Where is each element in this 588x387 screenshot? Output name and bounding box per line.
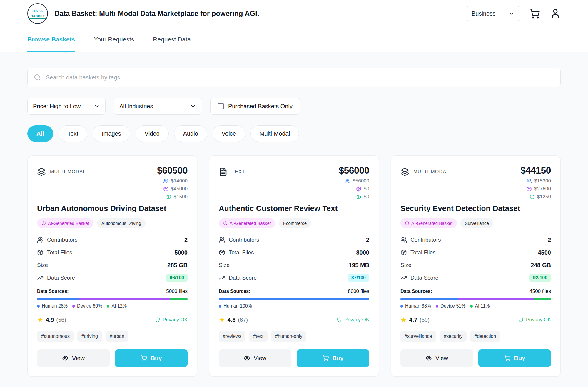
logo-line1: DATA	[32, 9, 43, 13]
basket-price: $56000	[339, 165, 369, 176]
rating-count: (56)	[56, 317, 66, 323]
trending-up-icon	[37, 275, 44, 281]
package-icon	[527, 186, 532, 192]
search-icon	[34, 74, 41, 81]
eye-icon	[425, 355, 432, 361]
data-sources-bar	[37, 298, 188, 300]
price-breakdown-row: $27600	[520, 186, 551, 192]
purchased-only-filter[interactable]: Purchased Baskets Only	[210, 98, 300, 115]
pill-text[interactable]: Text	[59, 125, 88, 142]
legend-dot	[436, 305, 438, 308]
legend-dot	[72, 305, 75, 308]
ai-generated-badge: AI-Generated Basket	[219, 218, 275, 228]
user-icon[interactable]	[550, 8, 561, 19]
stat-label: Contributors	[410, 237, 441, 243]
price-breakdown-row: $14000	[157, 178, 188, 184]
legend-label: Human 28%	[42, 303, 68, 309]
ai-icon	[166, 194, 171, 200]
bar-segment-human	[37, 298, 79, 300]
cart-icon[interactable]	[529, 8, 540, 19]
rating: ★ 4.7 (59)	[400, 316, 430, 323]
privacy-status: Privacy OK	[337, 317, 369, 323]
data-sources-legend: Human 38% Device 51% AI 11%	[400, 303, 551, 309]
breakdown-value: $1500	[174, 194, 188, 200]
search-input[interactable]	[27, 68, 561, 87]
ai-icon	[356, 194, 361, 200]
app-header: DATA BASKET Data Basket: Multi-Modal Dat…	[0, 0, 588, 27]
app-logo: DATA BASKET	[27, 3, 48, 24]
stat-contributors: Contributors 2	[219, 236, 369, 244]
buy-button[interactable]: Buy	[297, 349, 369, 367]
contributors-icon	[219, 237, 225, 243]
stat-value: 8000	[356, 249, 370, 256]
data-sources-section: Data Sources: 8000 files Human 100%	[219, 288, 369, 309]
bar-segment-device	[79, 298, 169, 300]
tab-your-requests[interactable]: Your Requests	[94, 27, 134, 52]
purchased-only-checkbox[interactable]	[218, 103, 224, 109]
data-score-badge: 87/100	[348, 274, 369, 282]
breakdown-value: $1250	[537, 194, 551, 200]
rating: ★ 4.9 (56)	[37, 316, 66, 323]
tag: #driving	[77, 331, 102, 342]
pill-images[interactable]: Images	[93, 125, 130, 142]
rating-count: (67)	[238, 317, 248, 323]
data-sources-legend: Human 100%	[219, 303, 369, 309]
stat-size: Size 248 GB	[400, 261, 551, 269]
view-button[interactable]: View	[219, 349, 291, 367]
pill-all[interactable]: All	[27, 125, 53, 142]
contributors-icon	[345, 178, 350, 184]
buy-button[interactable]: Buy	[115, 349, 188, 367]
price-breakdown-row: $1250	[520, 194, 551, 200]
ai-icon	[41, 221, 46, 225]
industry-badge: Autonomous Driving	[97, 218, 146, 228]
pill-voice[interactable]: Voice	[213, 125, 245, 142]
stat-contributors: Contributors 2	[400, 236, 551, 244]
tag: #text	[249, 331, 268, 342]
rating-score: 4.8	[228, 317, 236, 323]
legend-item: Human 28%	[37, 303, 68, 309]
role-select-value: Business	[472, 10, 495, 17]
stat-value: 195 MB	[349, 262, 369, 269]
data-sources-files: 5000 files	[166, 288, 188, 294]
industry-select[interactable]: All Industries	[114, 98, 202, 115]
price-breakdown-row: $0	[339, 186, 369, 192]
pill-audio[interactable]: Audio	[174, 125, 207, 142]
cart-icon	[504, 355, 511, 361]
cart-icon	[323, 355, 329, 361]
legend-item: Human 100%	[219, 303, 252, 309]
tab-request-data[interactable]: Request Data	[153, 27, 191, 52]
cart-icon	[141, 355, 147, 361]
stat-data-score: Data Score 96/100	[37, 274, 188, 282]
basket-title: Authentic Customer Review Text	[219, 204, 369, 213]
sort-select[interactable]: Price: High to Low	[27, 98, 106, 115]
tag-list: #surveillance #security #detection	[400, 331, 551, 342]
bar-segment-ai	[170, 298, 188, 300]
data-sources-label: Data Sources:	[37, 289, 69, 294]
privacy-label: Privacy OK	[163, 317, 188, 323]
layers-icon	[37, 167, 46, 176]
buy-button[interactable]: Buy	[478, 349, 551, 367]
stat-total-files: Total Files 8000	[219, 248, 369, 257]
stat-label: Contributors	[47, 237, 78, 243]
eye-icon	[244, 355, 250, 361]
data-sources-bar	[219, 298, 369, 300]
legend-item: AI 11%	[470, 303, 490, 309]
view-button[interactable]: View	[400, 349, 473, 367]
basket-title: Urban Autonomous Driving Dataset	[37, 204, 188, 213]
view-button[interactable]: View	[37, 349, 110, 367]
purchased-only-label: Purchased Baskets Only	[228, 103, 293, 110]
stat-total-files: Total Files 4500	[400, 248, 551, 257]
layers-icon	[400, 167, 409, 176]
role-select[interactable]: Business	[467, 6, 519, 21]
stat-size: Size 195 MB	[219, 261, 369, 269]
legend-item: AI 12%	[107, 303, 127, 309]
price-breakdown-row: $0	[339, 194, 369, 200]
tag: #autonomous	[37, 331, 74, 342]
industry-badge: Surveillance	[460, 218, 493, 228]
pill-multi-modal[interactable]: Multi-Modal	[250, 125, 299, 142]
tag: #urban	[106, 331, 128, 342]
tab-browse-baskets[interactable]: Browse Baskets	[27, 27, 75, 52]
ai-icon	[405, 221, 409, 225]
pill-video[interactable]: Video	[136, 125, 169, 142]
legend-dot	[37, 305, 40, 308]
